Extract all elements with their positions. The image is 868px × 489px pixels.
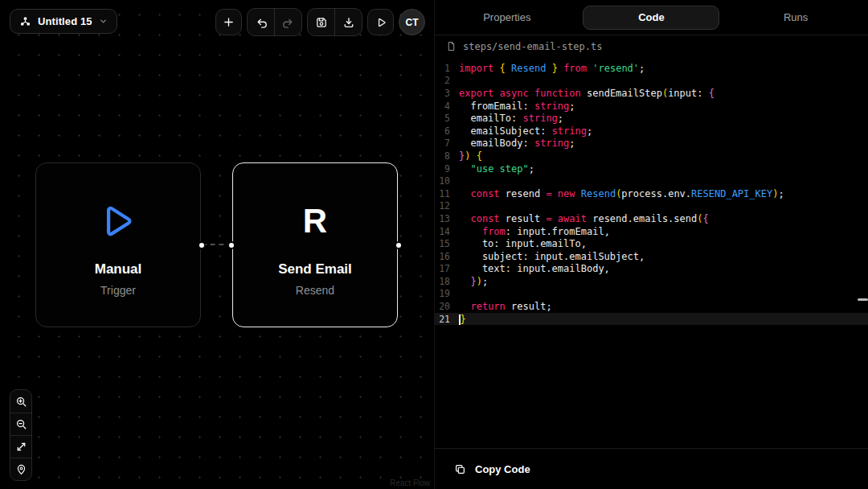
play-triangle-icon bbox=[96, 197, 140, 245]
code-line[interactable]: 19 bbox=[435, 288, 868, 301]
output-handle[interactable] bbox=[395, 241, 403, 249]
scrollbar-thumb[interactable] bbox=[858, 298, 868, 301]
code-line[interactable]: 10 bbox=[435, 175, 868, 187]
code-line[interactable]: 8}) { bbox=[435, 150, 868, 162]
user-avatar[interactable]: CT bbox=[399, 9, 425, 35]
line-number: 11 bbox=[435, 188, 459, 199]
tab-runs[interactable]: Runs bbox=[727, 6, 864, 30]
undo-icon bbox=[255, 16, 268, 29]
map-pin-icon bbox=[15, 463, 27, 475]
line-number: 3 bbox=[435, 88, 459, 99]
export-button[interactable] bbox=[335, 9, 362, 35]
code-line[interactable]: 5 emailTo: string; bbox=[435, 112, 868, 125]
node-send-email[interactable]: R Send Email Resend bbox=[232, 162, 398, 327]
code-text: fromEmail: string; bbox=[459, 101, 575, 112]
code-line[interactable]: 18 }); bbox=[435, 275, 868, 288]
zoom-out-icon bbox=[15, 418, 27, 430]
code-text: text: input.emailBody, bbox=[459, 263, 610, 274]
line-number: 1 bbox=[435, 63, 459, 74]
line-number: 7 bbox=[435, 138, 459, 149]
run-workflow-button[interactable] bbox=[367, 9, 394, 35]
line-number: 9 bbox=[435, 163, 459, 175]
code-line[interactable]: 21} bbox=[435, 313, 868, 326]
code-text: export async function sendEmailStep(inpu… bbox=[459, 88, 714, 99]
output-handle[interactable] bbox=[198, 241, 206, 249]
code-line[interactable]: 2 bbox=[435, 75, 868, 88]
code-text: subject: input.emailSubject, bbox=[459, 251, 645, 262]
panel-footer: Copy Code bbox=[435, 448, 868, 489]
code-line[interactable]: 12 bbox=[435, 200, 868, 213]
code-line[interactable]: 3export async function sendEmailStep(inp… bbox=[435, 87, 868, 100]
line-number: 16 bbox=[435, 251, 459, 262]
fit-view-button[interactable] bbox=[10, 435, 31, 458]
code-text: }); bbox=[459, 276, 488, 287]
code-text: to: input.emailTo, bbox=[459, 238, 587, 249]
redo-button[interactable] bbox=[275, 9, 301, 35]
line-number: 13 bbox=[435, 213, 459, 224]
code-line[interactable]: 14 from: input.fromEmail, bbox=[435, 225, 868, 238]
code-text: }) { bbox=[459, 150, 482, 162]
code-text: } bbox=[459, 314, 466, 325]
resend-logo-icon: R bbox=[303, 204, 327, 238]
download-icon bbox=[342, 16, 355, 29]
line-number: 5 bbox=[435, 113, 459, 124]
input-handle[interactable] bbox=[227, 241, 235, 249]
code-line[interactable]: 9 "use step"; bbox=[435, 162, 868, 175]
flow-canvas[interactable]: Untitled 15 bbox=[0, 0, 434, 489]
chevron-down-icon bbox=[99, 17, 108, 26]
node-title: Manual bbox=[95, 261, 142, 277]
code-line[interactable]: 11 const resend = new Resend(process.env… bbox=[435, 187, 868, 200]
code-editor[interactable]: 1import { Resend } from 'resend';23expor… bbox=[435, 57, 868, 448]
code-text: "use step"; bbox=[459, 163, 534, 175]
code-line[interactable]: 1import { Resend } from 'resend'; bbox=[435, 62, 868, 75]
code-text: emailBody: string; bbox=[459, 138, 575, 149]
line-number: 18 bbox=[435, 276, 459, 287]
code-text: const result = await resend.emails.send(… bbox=[459, 213, 709, 224]
undo-button[interactable] bbox=[248, 9, 274, 35]
add-node-button[interactable] bbox=[215, 9, 242, 35]
file-header: steps/send-email-step.ts bbox=[435, 35, 868, 57]
line-number: 12 bbox=[435, 200, 459, 212]
canvas-toolbar: CT bbox=[215, 8, 425, 36]
workflow-name-button[interactable]: Untitled 15 bbox=[10, 9, 117, 34]
file-icon bbox=[446, 41, 457, 51]
line-number: 20 bbox=[435, 301, 459, 312]
copy-code-button[interactable]: Copy Code bbox=[475, 463, 530, 475]
code-line[interactable]: 7 emailBody: string; bbox=[435, 138, 868, 150]
zoom-in-button[interactable] bbox=[10, 390, 31, 413]
node-manual-trigger[interactable]: Manual Trigger bbox=[35, 162, 201, 327]
code-line[interactable]: 16 subject: input.emailSubject, bbox=[435, 250, 868, 263]
code-line[interactable]: 13 const result = await resend.emails.se… bbox=[435, 212, 868, 225]
code-text: import { Resend } from 'resend'; bbox=[459, 63, 645, 74]
line-number: 14 bbox=[435, 226, 459, 237]
react-flow-attribution[interactable]: React Flow bbox=[390, 479, 430, 487]
code-line[interactable]: 4 fromEmail: string; bbox=[435, 100, 868, 113]
code-text: return result; bbox=[459, 301, 552, 312]
code-line[interactable]: 17 text: input.emailBody, bbox=[435, 263, 868, 276]
canvas-controls bbox=[10, 389, 32, 481]
line-number: 6 bbox=[435, 125, 459, 137]
pin-location-button[interactable] bbox=[10, 458, 31, 480]
line-number: 17 bbox=[435, 263, 459, 274]
plus-icon bbox=[223, 16, 235, 28]
app-window: Untitled 15 bbox=[0, 0, 868, 489]
zoom-out-button[interactable] bbox=[10, 413, 31, 435]
copy-icon bbox=[454, 463, 466, 475]
history-group bbox=[247, 8, 302, 36]
expand-diagonal-icon bbox=[15, 441, 27, 453]
tab-properties[interactable]: Properties bbox=[439, 6, 575, 30]
zoom-in-icon bbox=[15, 396, 27, 408]
save-button[interactable] bbox=[308, 9, 334, 35]
line-number: 4 bbox=[435, 101, 459, 112]
code-text: emailSubject: string; bbox=[459, 125, 592, 137]
workflow-name: Untitled 15 bbox=[38, 15, 92, 27]
code-line[interactable]: 15 to: input.emailTo, bbox=[435, 237, 868, 250]
code-line[interactable]: 20 return result; bbox=[435, 300, 868, 313]
line-number: 19 bbox=[435, 288, 459, 299]
code-text: const resend = new Resend(process.env.RE… bbox=[459, 188, 784, 199]
inspector-panel: Properties Code Runs steps/send-email-st… bbox=[434, 0, 868, 489]
line-number: 2 bbox=[435, 75, 459, 86]
tab-code[interactable]: Code bbox=[583, 6, 719, 30]
play-icon bbox=[375, 16, 387, 29]
code-line[interactable]: 6 emailSubject: string; bbox=[435, 125, 868, 138]
